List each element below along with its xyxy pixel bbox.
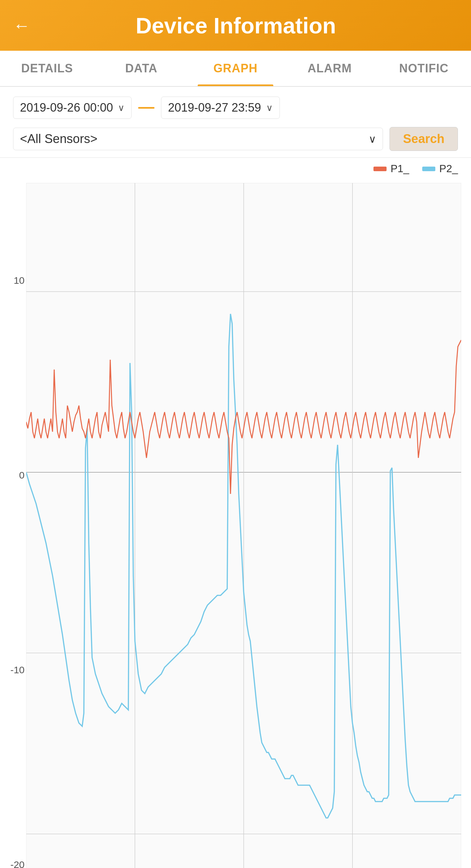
controls-area: 2019-09-26 00:00 ∨ 2019-09-27 23:59 ∨ <A… bbox=[0, 87, 471, 158]
date-separator bbox=[138, 107, 155, 108]
y-label-10: 10 bbox=[2, 275, 25, 286]
sensor-dropdown[interactable]: <All Sensors> ∨ bbox=[13, 128, 383, 150]
chart-legend: P1_ P2_ bbox=[0, 158, 471, 177]
tab-alarm[interactable]: ALARM bbox=[282, 51, 377, 86]
date-to-value: 2019-09-27 23:59 bbox=[168, 101, 261, 115]
date-from-selector[interactable]: 2019-09-26 00:00 ∨ bbox=[13, 97, 132, 119]
date-to-selector[interactable]: 2019-09-27 23:59 ∨ bbox=[161, 97, 280, 119]
legend-p1: P1_ bbox=[373, 163, 409, 175]
sensor-row: <All Sensors> ∨ Search bbox=[13, 127, 458, 151]
chart-container: 10 0 -10 -20 bbox=[0, 177, 471, 868]
y-label-neg20: -20 bbox=[2, 859, 25, 868]
p2-label: P2_ bbox=[439, 163, 458, 175]
chart-inner: 10 0 -10 -20 bbox=[26, 183, 461, 868]
chevron-down-icon: ∨ bbox=[369, 133, 376, 145]
legend-p2: P2_ bbox=[422, 163, 458, 175]
tab-details[interactable]: DETAILS bbox=[0, 51, 94, 86]
search-button[interactable]: Search bbox=[389, 127, 458, 151]
p2-color-swatch bbox=[422, 166, 435, 171]
page-title: Device Information bbox=[40, 13, 432, 38]
tab-notific[interactable]: NOTIFIC bbox=[377, 51, 471, 86]
tab-graph[interactable]: GRAPH bbox=[189, 51, 283, 86]
date-range-row: 2019-09-26 00:00 ∨ 2019-09-27 23:59 ∨ bbox=[13, 97, 458, 119]
chart-svg bbox=[26, 183, 461, 868]
sensor-value: <All Sensors> bbox=[20, 132, 98, 146]
p1-label: P1_ bbox=[390, 163, 409, 175]
tab-bar: DETAILS DATA GRAPH ALARM NOTIFIC bbox=[0, 51, 471, 87]
date-from-value: 2019-09-26 00:00 bbox=[20, 101, 113, 115]
chevron-down-icon: ∨ bbox=[266, 102, 273, 113]
p1-color-swatch bbox=[373, 166, 386, 171]
y-label-0: 0 bbox=[2, 470, 25, 481]
y-label-neg10: -10 bbox=[2, 664, 25, 676]
chevron-down-icon: ∨ bbox=[118, 102, 125, 113]
y-axis: 10 0 -10 -20 bbox=[2, 183, 25, 868]
app-header: ← Device Information bbox=[0, 0, 471, 51]
back-button[interactable]: ← bbox=[13, 17, 30, 34]
tab-data[interactable]: DATA bbox=[94, 51, 189, 86]
